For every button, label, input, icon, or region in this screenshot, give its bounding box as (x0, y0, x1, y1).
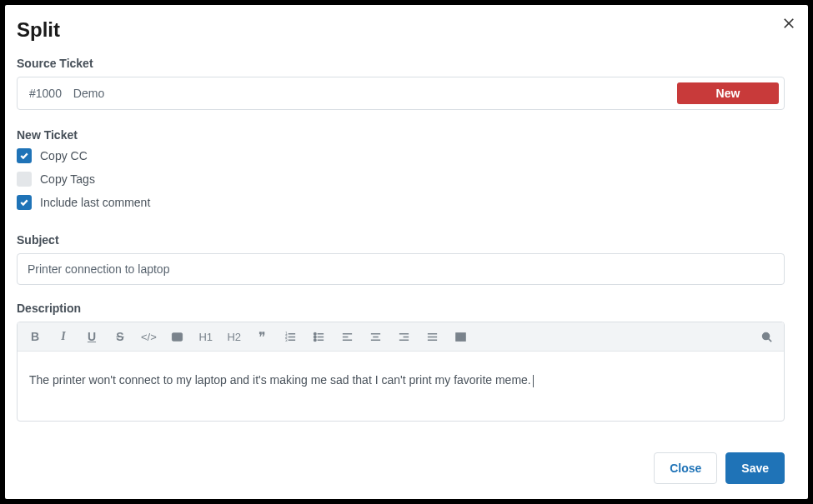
underline-icon[interactable]: U (84, 329, 99, 344)
source-ticket-field: #1000 Demo New (17, 77, 785, 110)
h2-icon[interactable]: H2 (227, 329, 242, 344)
description-editor: B I U S </> H1 H2 ❞ 123 (17, 322, 785, 422)
svg-line-31 (768, 338, 771, 342)
new-ticket-label: New Ticket (17, 128, 785, 142)
align-left-icon[interactable] (340, 329, 355, 344)
svg-rect-2 (173, 332, 183, 340)
strike-icon[interactable]: S (113, 329, 128, 344)
table-icon[interactable] (454, 329, 469, 344)
description-textarea[interactable]: The printer won't connect to my laptop a… (18, 352, 784, 421)
align-center-icon[interactable] (369, 329, 384, 344)
close-icon[interactable] (783, 17, 795, 32)
new-button[interactable]: New (677, 82, 779, 104)
svg-text:3: 3 (285, 337, 288, 342)
align-justify-icon[interactable] (425, 329, 440, 344)
quote-icon[interactable]: ❞ (255, 329, 270, 344)
save-button[interactable]: Save (725, 452, 785, 484)
dialog-title: Split (17, 18, 60, 42)
subject-label: Subject (17, 233, 785, 247)
copy-cc-checkbox[interactable] (17, 148, 32, 163)
copy-tags-label: Copy Tags (40, 172, 95, 186)
copy-tags-checkbox[interactable] (17, 172, 32, 187)
source-ticket-id: #1000 (29, 87, 62, 100)
include-last-comment-label: Include last comment (40, 196, 150, 209)
svg-point-9 (314, 332, 316, 334)
svg-point-30 (762, 332, 769, 339)
svg-point-11 (314, 339, 316, 341)
source-ticket-subject: Demo (73, 87, 104, 100)
copy-cc-label: Copy CC (40, 149, 88, 162)
description-label: Description (17, 302, 785, 315)
source-ticket-label: Source Ticket (17, 57, 785, 70)
ordered-list-icon[interactable]: 123 (284, 329, 299, 344)
italic-icon[interactable]: I (56, 329, 71, 344)
h1-icon[interactable]: H1 (198, 329, 213, 344)
search-icon[interactable] (759, 329, 774, 344)
subject-input[interactable] (17, 253, 785, 285)
align-right-icon[interactable] (397, 329, 412, 344)
codeblock-icon[interactable] (170, 329, 185, 344)
svg-point-10 (314, 336, 316, 337)
unordered-list-icon[interactable] (312, 329, 327, 344)
include-last-comment-checkbox[interactable] (17, 195, 32, 210)
code-icon[interactable]: </> (141, 329, 157, 344)
close-button[interactable]: Close (654, 452, 717, 484)
bold-icon[interactable]: B (28, 329, 43, 344)
editor-toolbar: B I U S </> H1 H2 ❞ 123 (18, 322, 784, 352)
